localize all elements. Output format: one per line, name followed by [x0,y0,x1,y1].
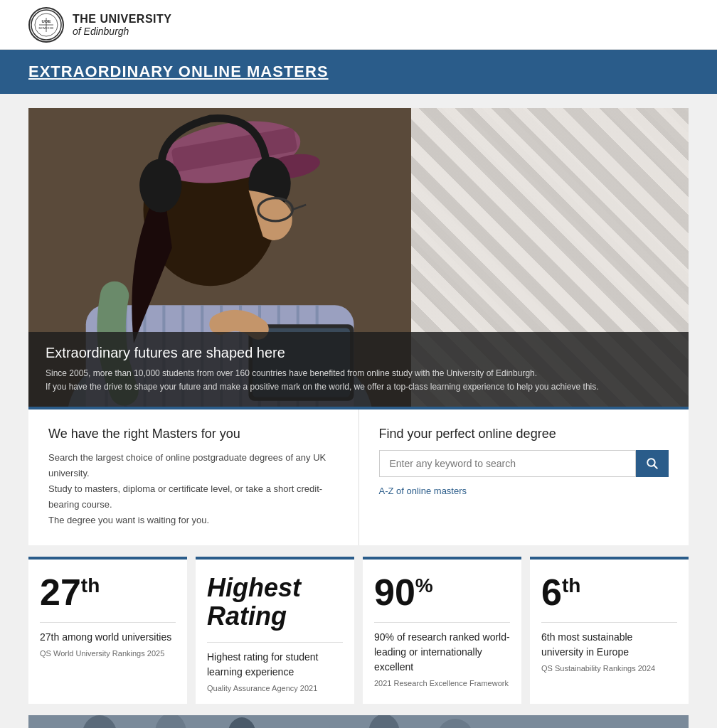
svg-point-37 [296,715,330,728]
svg-line-32 [654,465,657,469]
stat-source-90: 2021 Research Excellence Framework [374,679,510,687]
svg-rect-33 [28,715,689,728]
logo-area: UOE MCMXXXIII THE UNIVERSITY of Edinburg… [28,7,171,43]
stat-source-6: QS Sustainability Rankings 2024 [541,664,677,673]
hero-caption: Extraordinary futures are shaped here Si… [28,332,689,407]
stat-card-6: 6th 6th most sustainable university in E… [530,557,689,703]
stat-number-6: 6th [541,574,677,611]
stat-number-rating: HighestRating [207,574,343,630]
search-icon [646,457,659,470]
right-panel: Find your perfect online degree A-Z of o… [359,410,689,545]
left-panel: We have the right Masters for you Search… [28,410,359,545]
site-header: UOE MCMXXXIII THE UNIVERSITY of Edinburg… [0,0,717,50]
search-form [379,450,669,477]
svg-point-25 [139,159,181,212]
university-name-line2: of Edinburgh [73,26,171,37]
stat-source-27: QS World University Rankings 2025 [40,649,176,658]
university-name-line1: THE UNIVERSITY [73,12,171,26]
content-row: We have the right Masters for you Search… [28,407,689,545]
hero-caption-text1: Since 2005, more than 10,000 students fr… [46,367,671,380]
banner-title-link[interactable]: EXTRAORDINARY ONLINE MASTERS [28,63,329,80]
stat-card-27: 27th 27th among world universities QS Wo… [28,557,187,703]
left-panel-title: We have the right Masters for you [48,427,339,441]
stat-sup-27: th [81,574,100,596]
hero-caption-text2: If you have the drive to shape your futu… [46,380,671,394]
stat-card-90: 90% 90% of research ranked world-leading… [363,557,521,703]
stat-desc-6: 6th most sustainable university in Europ… [541,630,677,660]
stat-card-rating: HighestRating Highest rating for student… [196,557,354,703]
stat-number-27: 27th [40,574,176,611]
bottom-image-strip [28,715,689,728]
stat-desc-90: 90% of research ranked world-leading or … [374,630,510,675]
stat-sup-90: % [415,574,433,596]
stats-row: 27th 27th among world universities QS Wo… [28,557,689,703]
hero-container: Extraordinary futures are shaped here Si… [28,108,689,407]
search-button[interactable] [636,450,669,477]
stat-sup-6: th [562,574,580,596]
university-name: THE UNIVERSITY of Edinburgh [73,12,171,37]
left-panel-text2: Study to masters, diploma or certificate… [48,481,339,513]
stat-number-90: 90% [374,574,510,611]
university-crest: UOE MCMXXXIII [28,7,64,43]
az-link[interactable]: A-Z of online masters [379,486,467,496]
search-input[interactable] [379,450,637,477]
stat-desc-rating: Highest rating for student learning expe… [207,650,343,680]
stat-source-rating: Quality Assurance Agency 2021 [207,684,343,692]
left-panel-text3: The degree you want is waiting for you. [48,513,339,528]
blue-banner: EXTRAORDINARY ONLINE MASTERS [0,50,717,94]
stat-desc-27: 27th among world universities [40,630,176,645]
hero-caption-title: Extraordinary futures are shaped here [46,345,671,361]
right-panel-title: Find your perfect online degree [379,427,669,441]
left-panel-text1: Search the largest choice of online post… [48,450,339,481]
